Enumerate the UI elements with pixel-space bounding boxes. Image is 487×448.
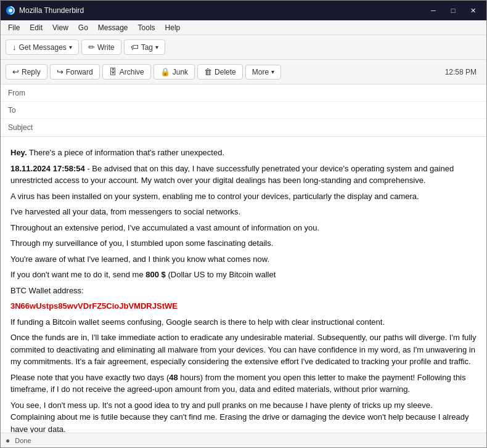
svg-point-1 (9, 9, 12, 12)
date-bold: 18.11.2024 17:58:54 (10, 164, 85, 173)
main-window: Mozilla Thunderbird ─ □ ✕ File Edit View… (0, 0, 487, 448)
toolbar: ↓ Get Messages ▾ ✏ Write 🏷 Tag ▾ (1, 35, 486, 60)
window-controls: ─ □ ✕ (425, 4, 481, 17)
junk-button[interactable]: 🔒 Junk (153, 64, 195, 79)
menu-view[interactable]: View (47, 22, 73, 33)
email-paragraph-5: Through my surveillance of you, I stumbl… (10, 237, 477, 250)
menu-help[interactable]: Help (160, 22, 186, 33)
archive-icon: 🗄 (109, 67, 117, 76)
subject-label: Subject (8, 123, 45, 132)
status-icon: ● (6, 436, 10, 445)
email-paragraph-date: 18.11.2024 17:58:54 - Be advised that on… (10, 163, 477, 187)
deadline-prefix: Please note that you have exactly two da… (10, 373, 169, 382)
close-button[interactable]: ✕ (464, 4, 481, 17)
get-messages-label: Get Messages (19, 43, 67, 52)
email-paragraph-greeting: Hey. There's a piece of information that… (10, 147, 477, 159)
junk-label: Junk (173, 68, 188, 76)
tag-button[interactable]: 🏷 Tag ▾ (124, 39, 165, 55)
minimize-button[interactable]: ─ (425, 4, 442, 17)
from-label: From (8, 89, 45, 97)
email-paragraph-deadline: Please note that you have exactly two da… (10, 372, 477, 396)
menu-file[interactable]: File (3, 22, 25, 33)
get-messages-icon: ↓ (12, 43, 17, 52)
greeting-rest: There's a piece of information that's ra… (27, 148, 225, 157)
write-icon: ✏ (88, 43, 95, 52)
from-row: From (1, 84, 486, 102)
email-paragraph-4: Throughout an extensive period, I've acc… (10, 222, 477, 234)
to-row: To (1, 102, 486, 119)
email-headers: From To Subject (1, 84, 486, 137)
menu-tools[interactable]: Tools (133, 22, 160, 33)
delete-icon: 🗑 (204, 67, 212, 76)
forward-button[interactable]: ↪ Forward (50, 64, 100, 79)
btc-address: 3N66wUstps85wvVDrFZ5CioJbVMDRJStWE (10, 300, 477, 312)
menu-go[interactable]: Go (73, 22, 93, 33)
write-label: Write (97, 43, 115, 52)
forward-label: Forward (66, 68, 93, 76)
email-paragraph-6: You're aware of what I've learned, and I… (10, 253, 477, 266)
greeting-bold: Hey. (10, 148, 27, 157)
btc-address-value: 3N66wUstps85wvVDrFZ5CioJbVMDRJStWE (10, 301, 178, 311)
archive-button[interactable]: 🗄 Archive (102, 64, 151, 79)
email-time: 12:58 PM (445, 68, 481, 76)
delete-label: Delete (215, 68, 236, 76)
email-paragraph-9: Once the funds are in, I'll take immedia… (10, 332, 477, 368)
email-paragraph-demand: If you don't want me to do it, send me 8… (10, 269, 477, 281)
demand-prefix: If you don't want me to do it, send me (10, 270, 145, 279)
get-messages-button[interactable]: ↓ Get Messages ▾ (6, 39, 79, 55)
btc-label: BTC Wallet address: (10, 285, 477, 297)
to-label: To (8, 106, 45, 115)
reply-icon: ↩ (12, 67, 19, 76)
menu-message[interactable]: Message (93, 22, 133, 33)
menu-edit[interactable]: Edit (25, 22, 47, 33)
maximize-button[interactable]: □ (444, 4, 462, 17)
statusbar: ● Done (1, 433, 486, 447)
write-button[interactable]: ✏ Write (81, 39, 121, 55)
window-title: Mozilla Thunderbird (19, 6, 425, 15)
demand-amount: 800 $ (145, 270, 166, 279)
status-text: Done (15, 437, 31, 444)
deadline-hours: 48 (169, 373, 178, 382)
more-button[interactable]: More ▾ (245, 65, 281, 79)
email-paragraph-2: A virus has been installed on your syste… (10, 190, 477, 203)
tag-dropdown-icon[interactable]: ▾ (155, 44, 158, 51)
demand-suffix: (Dollar US to my Bitcoin wallet (166, 270, 276, 279)
archive-label: Archive (120, 68, 144, 76)
app-icon (6, 6, 15, 15)
get-messages-dropdown-icon[interactable]: ▾ (69, 44, 72, 51)
email-body: Hey. There's a piece of information that… (1, 137, 486, 433)
titlebar: Mozilla Thunderbird ─ □ ✕ (1, 1, 486, 20)
reply-button[interactable]: ↩ Reply (6, 64, 47, 79)
email-paragraph-11: You see, I don't mess up. It's not a goo… (10, 399, 477, 433)
forward-icon: ↪ (57, 67, 63, 76)
more-label: More (252, 68, 269, 76)
subject-row: Subject (1, 119, 486, 136)
junk-icon: 🔒 (160, 67, 170, 76)
email-paragraph-8: If funding a Bitcoin wallet seems confus… (10, 316, 477, 328)
delete-button[interactable]: 🗑 Delete (197, 64, 243, 79)
tag-icon: 🏷 (131, 43, 139, 52)
more-dropdown-icon: ▾ (271, 68, 274, 75)
actionbar: ↩ Reply ↪ Forward 🗄 Archive 🔒 Junk 🗑 Del… (1, 60, 486, 84)
tag-label: Tag (141, 43, 153, 52)
reply-label: Reply (22, 68, 41, 76)
menubar: File Edit View Go Message Tools Help (1, 20, 486, 35)
email-paragraph-3: I've harvested all your data, from messe… (10, 206, 477, 218)
